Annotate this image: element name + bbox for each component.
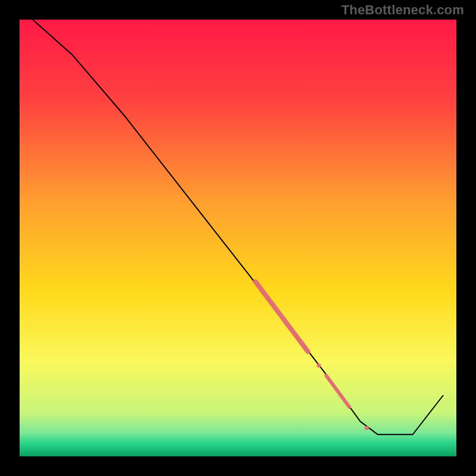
- highlight-dot: [365, 426, 369, 430]
- bottleneck-chart: [0, 0, 476, 476]
- highlight-dot: [317, 364, 321, 368]
- chart-container: { "watermark": "TheBottleneck.com", "cha…: [0, 0, 476, 476]
- chart-gradient-bg: [20, 20, 456, 456]
